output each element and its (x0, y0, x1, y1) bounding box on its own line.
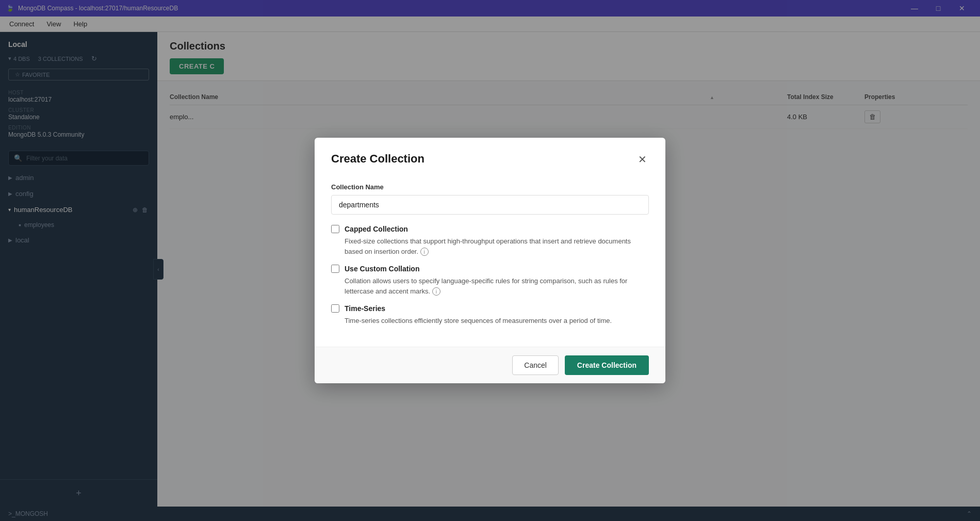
collection-name-label: Collection Name (331, 183, 649, 191)
capped-collection-desc: Fixed-size collections that support high… (331, 236, 649, 256)
time-series-desc: Time-series collections efficiently stor… (331, 316, 649, 326)
modal-close-button[interactable]: ✕ (636, 152, 649, 167)
custom-collation-label[interactable]: Use Custom Collation (331, 265, 649, 273)
collation-info-icon[interactable]: i (432, 287, 440, 296)
capped-collection-group: Capped Collection Fixed-size collections… (331, 225, 649, 256)
cancel-button[interactable]: Cancel (512, 355, 559, 375)
create-collection-modal: Create Collection ✕ Collection Name Capp… (315, 138, 665, 383)
modal-overlay: Create Collection ✕ Collection Name Capp… (0, 0, 980, 521)
custom-collation-desc: Collation allows users to specify langua… (331, 276, 649, 296)
custom-collation-text: Use Custom Collation (345, 265, 419, 273)
capped-collection-checkbox[interactable] (331, 225, 339, 233)
capped-info-icon[interactable]: i (420, 248, 429, 256)
time-series-checkbox[interactable] (331, 304, 339, 313)
time-series-text: Time-Series (345, 304, 385, 313)
collection-name-group: Collection Name (331, 183, 649, 215)
time-series-group: Time-Series Time-series collections effi… (331, 304, 649, 326)
modal-header: Create Collection ✕ (315, 138, 665, 175)
time-series-label[interactable]: Time-Series (331, 304, 649, 313)
collection-name-input[interactable] (331, 195, 649, 215)
create-collection-submit-button[interactable]: Create Collection (565, 355, 649, 375)
capped-collection-label[interactable]: Capped Collection (331, 225, 649, 233)
modal-title: Create Collection (331, 152, 424, 166)
custom-collation-checkbox[interactable] (331, 265, 339, 273)
capped-collection-text: Capped Collection (345, 225, 408, 233)
modal-body: Collection Name Capped Collection Fixed-… (315, 175, 665, 347)
custom-collation-group: Use Custom Collation Collation allows us… (331, 265, 649, 296)
modal-footer: Cancel Create Collection (315, 347, 665, 383)
